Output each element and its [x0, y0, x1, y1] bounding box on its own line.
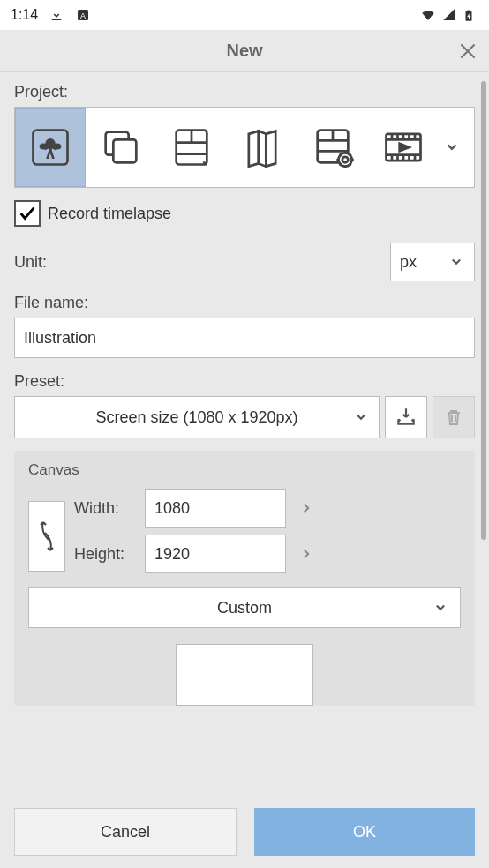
- unit-select[interactable]: px: [390, 243, 475, 281]
- canvas-ratio-select[interactable]: Custom: [28, 587, 461, 628]
- chevron-down-icon: [448, 253, 465, 271]
- project-type-layers[interactable]: [86, 108, 156, 187]
- delete-preset-button: [433, 396, 475, 438]
- new-project-dialog: New Project:: [0, 30, 489, 868]
- dialog-title: New: [226, 41, 262, 61]
- project-type-comic-settings[interactable]: [297, 108, 368, 187]
- preset-label: Preset:: [14, 372, 475, 391]
- dialog-footer: Cancel OK: [14, 808, 475, 856]
- preset-select[interactable]: Screen size (1080 x 1920px): [14, 396, 380, 438]
- svg-text:A: A: [80, 11, 86, 20]
- svg-rect-9: [113, 139, 136, 162]
- svg-point-7: [54, 145, 60, 148]
- width-input[interactable]: [145, 489, 286, 528]
- height-input[interactable]: [145, 535, 286, 573]
- scrollbar[interactable]: [481, 81, 486, 540]
- project-label: Project:: [14, 83, 475, 101]
- chevron-down-icon: [352, 408, 370, 426]
- battery-charging-icon: [463, 7, 478, 23]
- wifi-icon: [420, 7, 436, 23]
- ok-button[interactable]: OK: [254, 808, 475, 856]
- status-time: 1:14: [11, 7, 38, 23]
- dialog-header: New: [0, 30, 489, 72]
- svg-point-6: [41, 145, 47, 148]
- status-bar: 1:14 A: [0, 0, 489, 30]
- height-stepper[interactable]: [293, 535, 320, 573]
- app-update-icon: A: [75, 7, 91, 23]
- timelapse-row: Record timelapse: [14, 200, 475, 227]
- project-type-illustration[interactable]: [15, 108, 86, 187]
- signal-icon: [441, 7, 457, 23]
- canvas-group: Canvas Width:: [14, 451, 475, 706]
- timelapse-label: Record timelapse: [48, 205, 171, 223]
- project-type-more[interactable]: [439, 108, 465, 187]
- download-icon: [49, 7, 64, 23]
- canvas-ratio-value: Custom: [217, 599, 272, 617]
- cancel-label: Cancel: [101, 823, 150, 842]
- filename-label: File name:: [14, 294, 475, 312]
- width-stepper[interactable]: [293, 489, 320, 528]
- filename-input[interactable]: [14, 318, 475, 358]
- height-label: Height:: [74, 545, 138, 564]
- canvas-preview: [176, 644, 313, 706]
- timelapse-checkbox[interactable]: [14, 200, 41, 227]
- project-type-folded[interactable]: [227, 108, 297, 187]
- project-type-animation[interactable]: [368, 108, 439, 187]
- ok-label: OK: [353, 823, 376, 842]
- unit-value: px: [400, 253, 417, 272]
- cancel-button[interactable]: Cancel: [14, 808, 237, 856]
- chevron-down-icon: [432, 599, 449, 617]
- project-type-strip: [14, 107, 475, 188]
- width-label: Width:: [74, 499, 138, 518]
- swap-dimensions-button[interactable]: [28, 501, 65, 572]
- dialog-body: Project:: [0, 72, 489, 780]
- save-preset-button[interactable]: [385, 396, 427, 438]
- project-type-comic-page[interactable]: [156, 108, 227, 187]
- svg-rect-3: [467, 11, 470, 12]
- close-button[interactable]: [452, 35, 484, 67]
- unit-label: Unit:: [14, 253, 47, 272]
- canvas-title: Canvas: [28, 461, 461, 483]
- preset-value: Screen size (1080 x 1920px): [95, 408, 297, 427]
